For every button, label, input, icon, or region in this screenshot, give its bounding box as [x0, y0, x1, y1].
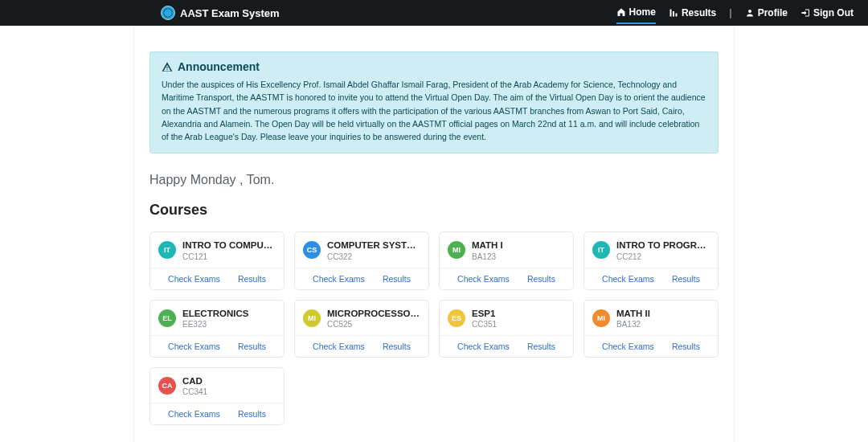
announcement-box: Announcement Under the auspices of His E…: [149, 51, 719, 153]
course-badge: CA: [158, 377, 176, 395]
course-code: BA123: [472, 252, 565, 261]
course-card: ITINTRO TO COMPUTERCC121Check ExamsResul…: [149, 231, 285, 289]
course-card-actions: Check ExamsResults: [584, 335, 718, 357]
course-code: CC121: [182, 252, 276, 261]
nav-home[interactable]: Home: [616, 2, 656, 24]
course-badge: CS: [303, 241, 321, 259]
results-link[interactable]: Results: [672, 342, 700, 351]
course-card-header: CSCOMPUTER SYSTEMCC322: [295, 232, 428, 267]
course-code: EE323: [182, 320, 276, 329]
course-card-actions: Check ExamsResults: [295, 335, 428, 357]
course-card-header: ITINTRO TO PROGRAMMINGCC212: [584, 232, 718, 267]
course-title: COMPUTER SYSTEM: [327, 240, 420, 251]
course-card-header: CACADCC341: [150, 368, 284, 403]
home-icon: [616, 7, 626, 17]
course-card-actions: Check ExamsResults: [440, 335, 573, 357]
nav-right: Home Results | Profile Sign Out: [616, 2, 854, 24]
check-exams-link[interactable]: Check Exams: [168, 342, 220, 351]
course-title-block: INTRO TO PROGRAMMINGCC212: [616, 240, 710, 260]
results-link[interactable]: Results: [527, 342, 555, 351]
course-title: MATH I: [472, 240, 565, 251]
results-link[interactable]: Results: [238, 342, 266, 351]
check-exams-link[interactable]: Check Exams: [168, 274, 220, 284]
nav-signout[interactable]: Sign Out: [800, 2, 854, 23]
course-badge: IT: [158, 241, 176, 259]
chart-icon: [669, 8, 678, 18]
nav-results[interactable]: Results: [669, 2, 716, 23]
navbar: AAST Exam System Home Results | Profile …: [0, 0, 868, 26]
announcement-title-text: Announcement: [178, 60, 260, 73]
course-code: BA132: [616, 320, 710, 329]
course-card: CSCOMPUTER SYSTEMCC322Check ExamsResults: [294, 231, 429, 289]
nav-profile[interactable]: Profile: [745, 2, 788, 23]
check-exams-link[interactable]: Check Exams: [313, 342, 365, 351]
course-card-actions: Check ExamsResults: [150, 268, 284, 289]
course-badge: MI: [303, 309, 321, 327]
results-link[interactable]: Results: [672, 274, 700, 284]
course-card-header: MIMICROPROCESSORSCC525: [295, 301, 428, 335]
course-title: MATH II: [616, 309, 710, 319]
course-card-header: MIMATH IIBA132: [584, 301, 718, 335]
course-code: CC341: [182, 387, 276, 396]
check-exams-link[interactable]: Check Exams: [602, 342, 654, 351]
course-code: CC322: [327, 252, 420, 261]
course-title: ESP1: [472, 309, 565, 319]
course-card-actions: Check ExamsResults: [584, 268, 718, 289]
results-link[interactable]: Results: [527, 274, 555, 284]
course-card-actions: Check ExamsResults: [150, 403, 284, 424]
course-badge: MI: [592, 309, 610, 327]
course-code: CC212: [616, 252, 710, 261]
check-exams-link[interactable]: Check Exams: [313, 274, 365, 284]
course-badge: EL: [158, 309, 176, 327]
course-title-block: ESP1CC351: [472, 309, 565, 329]
course-card: MIMATH IBA123Check ExamsResults: [439, 231, 574, 289]
courses-grid: ITINTRO TO COMPUTERCC121Check ExamsResul…: [149, 231, 719, 425]
brand-title: AAST Exam System: [180, 7, 280, 19]
course-card-actions: Check ExamsResults: [295, 268, 428, 289]
course-title-block: MATH IBA123: [472, 240, 565, 260]
course-card-actions: Check ExamsResults: [150, 335, 284, 357]
course-title-block: COMPUTER SYSTEMCC322: [327, 240, 420, 260]
course-title-block: MATH IIBA132: [616, 309, 710, 329]
course-code: CC351: [472, 320, 565, 329]
courses-heading: Courses: [149, 202, 719, 219]
greeting-text: Happy Monday , Tom.: [149, 173, 719, 187]
course-badge: IT: [592, 241, 610, 259]
check-exams-link[interactable]: Check Exams: [457, 342, 510, 351]
nav-profile-label: Profile: [758, 7, 788, 18]
course-badge: ES: [448, 309, 465, 327]
course-card-header: MIMATH IBA123: [440, 232, 573, 267]
course-title: ELECTRONICS: [182, 309, 276, 319]
nav-signout-label: Sign Out: [813, 7, 854, 18]
nav-home-label: Home: [629, 6, 656, 18]
course-card: ELELECTRONICSEE323Check ExamsResults: [149, 300, 285, 358]
brand-logo-icon: [161, 6, 175, 20]
course-card: ESESP1CC351Check ExamsResults: [439, 300, 574, 358]
course-title: INTRO TO COMPUTER: [182, 240, 276, 251]
course-title-block: ELECTRONICSEE323: [182, 309, 276, 329]
results-link[interactable]: Results: [238, 274, 266, 284]
course-card-header: ITINTRO TO COMPUTERCC121: [150, 232, 284, 267]
course-title: MICROPROCESSORS: [327, 309, 420, 319]
course-card-header: ELELECTRONICSEE323: [150, 301, 284, 335]
nav-results-label: Results: [682, 7, 716, 18]
brand: AAST Exam System: [161, 6, 280, 20]
course-title-block: INTRO TO COMPUTERCC121: [182, 240, 276, 260]
course-badge: MI: [448, 241, 465, 259]
nav-separator: |: [729, 7, 731, 18]
signout-icon: [800, 8, 810, 18]
check-exams-link[interactable]: Check Exams: [457, 274, 510, 284]
results-link[interactable]: Results: [383, 274, 411, 284]
course-card: CACADCC341Check ExamsResults: [149, 367, 285, 425]
course-title: CAD: [182, 376, 276, 387]
svg-point-0: [748, 10, 751, 13]
check-exams-link[interactable]: Check Exams: [168, 409, 220, 419]
check-exams-link[interactable]: Check Exams: [602, 274, 654, 284]
results-link[interactable]: Results: [238, 409, 266, 419]
announcement-body: Under the auspices of His Excellency Pro…: [162, 78, 706, 143]
course-card: ITINTRO TO PROGRAMMINGCC212Check ExamsRe…: [583, 231, 719, 289]
results-link[interactable]: Results: [383, 342, 411, 351]
page-container: Announcement Under the auspices of His E…: [133, 26, 735, 442]
course-card: MIMATH IIBA132Check ExamsResults: [583, 300, 719, 358]
course-card-actions: Check ExamsResults: [440, 268, 573, 289]
